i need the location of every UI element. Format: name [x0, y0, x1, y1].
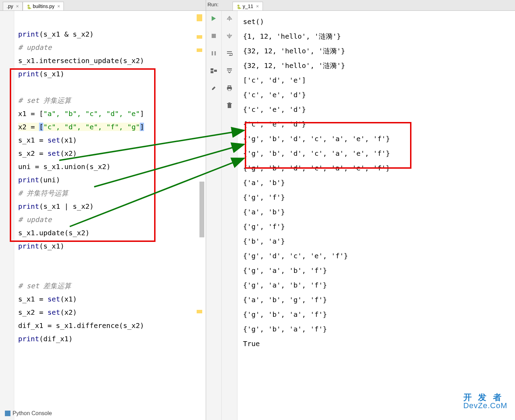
svg-rect-14 [228, 104, 231, 108]
status-bar[interactable]: Python Console [0, 407, 57, 420]
svg-marker-0 [212, 16, 216, 21]
python-console-icon [5, 411, 10, 416]
code-body: print(s_x1 & s_x2) # update s_x1.interse… [14, 14, 206, 359]
svg-rect-15 [227, 103, 232, 104]
pause-icon[interactable] [210, 49, 218, 58]
up-icon[interactable] [225, 14, 234, 23]
close-icon[interactable]: × [57, 3, 60, 9]
scroll-to-end-icon[interactable] [225, 67, 234, 75]
svg-rect-12 [228, 86, 231, 87]
editor-tab-bar: .py × builtins.py × [0, 0, 206, 11]
editor-pane: .py × builtins.py × print(s_x1 & s_x2) #… [0, 0, 206, 420]
svg-rect-16 [228, 102, 230, 103]
tab-label: .py [7, 3, 13, 9]
python-icon [236, 4, 241, 9]
down-icon[interactable] [225, 32, 234, 40]
run-tab-bar: Run: y_11 × [206, 0, 515, 11]
svg-rect-13 [228, 89, 231, 91]
tab-label: builtins.py [33, 3, 54, 9]
run-toolbar-2 [222, 11, 237, 420]
run-label: Run: [207, 1, 219, 7]
run-icon[interactable] [210, 14, 218, 23]
svg-rect-5 [211, 71, 213, 73]
tab-builtins[interactable]: builtins.py × [23, 2, 64, 10]
svg-rect-21 [5, 411, 10, 416]
status-text: Python Console [13, 410, 52, 417]
svg-rect-6 [214, 70, 217, 72]
wrap-icon[interactable] [225, 49, 234, 58]
trash-icon[interactable] [225, 101, 234, 110]
svg-rect-2 [212, 51, 213, 55]
code-editor[interactable]: print(s_x1 & s_x2) # update s_x1.interse… [0, 11, 206, 420]
close-icon[interactable]: × [16, 3, 19, 9]
watermark: 开 发 者 DevZe.CoM [463, 393, 507, 410]
tab-run-config[interactable]: y_11 × [233, 2, 263, 10]
run-pane: Run: y_11 × [206, 0, 515, 420]
svg-rect-3 [214, 51, 216, 55]
gutter [0, 11, 14, 420]
svg-rect-4 [211, 68, 213, 70]
python-icon [26, 4, 31, 9]
print-icon[interactable] [225, 84, 234, 92]
stop-icon[interactable] [210, 32, 218, 40]
layout-icon[interactable] [210, 67, 218, 75]
tab-label: y_11 [243, 3, 253, 9]
tab-py-partial[interactable]: .py × [3, 2, 23, 10]
close-icon[interactable]: × [256, 3, 259, 9]
console-output[interactable]: set() {1, 12, 'hello', '涟漪'} {32, 12, 'h… [237, 11, 515, 420]
svg-rect-1 [212, 34, 216, 38]
scrollbar-thumb[interactable] [199, 182, 204, 237]
pin-icon[interactable] [210, 84, 218, 92]
run-toolbar-1 [206, 11, 222, 420]
